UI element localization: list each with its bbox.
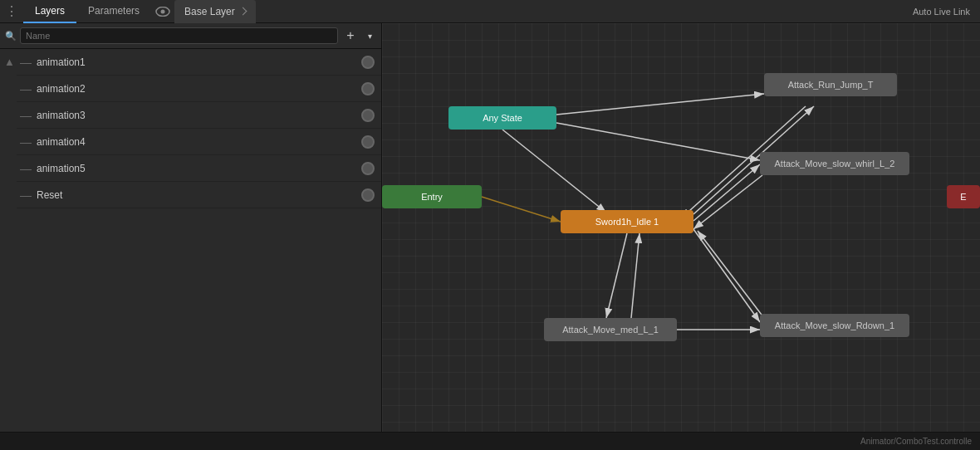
graph-canvas[interactable]: Any State Entry Sword1h_Idle 1 Attack_Ru… xyxy=(382,23,980,432)
layer-item[interactable]: — animation3 xyxy=(17,102,381,129)
node-exit[interactable]: E xyxy=(947,185,980,208)
layer-circle xyxy=(361,135,375,149)
search-bar: 🔍 + ▾ xyxy=(0,23,381,49)
layer-item[interactable]: — animation4 xyxy=(17,129,381,155)
layer-dash: — xyxy=(20,109,32,122)
bottom-bar: Animator/ComboTest.controlle xyxy=(0,432,980,450)
tab-group: Layers Parameters xyxy=(23,0,151,23)
layer-name: animation1 xyxy=(37,56,361,68)
layer-circle xyxy=(361,188,375,202)
eye-icon[interactable] xyxy=(151,0,174,23)
sidebar: 🔍 + ▾ ▶ — animation1 — animation2 xyxy=(0,23,382,432)
add-dropdown-button[interactable]: ▾ xyxy=(363,27,376,45)
node-any-state[interactable]: Any State xyxy=(448,106,556,130)
layer-item[interactable]: — Reset xyxy=(17,182,381,208)
expand-arrow[interactable]: ▶ xyxy=(4,59,13,66)
layer-circle xyxy=(361,82,375,95)
layer-item[interactable]: — animation2 xyxy=(17,76,381,102)
search-icon: 🔍 xyxy=(5,31,17,42)
node-attack-move-med[interactable]: Attack_Move_med_L_1 xyxy=(544,318,677,341)
main-content: 🔍 + ▾ ▶ — animation1 — animation2 xyxy=(0,23,980,432)
layer-name: animation4 xyxy=(37,136,361,148)
layer-dash: — xyxy=(20,162,32,175)
svg-point-1 xyxy=(161,9,165,13)
layer-dash: — xyxy=(20,188,32,202)
layer-circle xyxy=(361,109,375,122)
layer-dash: — xyxy=(20,82,32,95)
node-attack-run-jump[interactable]: Attack_Run_Jump_T xyxy=(764,73,897,96)
layer-item[interactable]: — animation1 xyxy=(17,49,381,76)
node-sword-idle[interactable]: Sword1h_Idle 1 xyxy=(561,210,693,233)
node-attack-move-whirl[interactable]: Attack_Move_slow_whirl_L_2 xyxy=(760,152,909,175)
layer-name: Reset xyxy=(37,189,361,201)
node-attack-move-rdown[interactable]: Attack_Move_slow_Rdown_1 xyxy=(760,314,909,337)
layer-list: ▶ — animation1 — animation2 — animation3 xyxy=(0,49,381,432)
layer-name: animation5 xyxy=(37,163,361,174)
bottom-bar-path: Animator/ComboTest.controlle xyxy=(860,437,972,446)
node-entry[interactable]: Entry xyxy=(382,185,482,208)
layer-item[interactable]: — animation5 xyxy=(17,155,381,182)
top-bar-left: ⋮ Layers Parameters Base Layer xyxy=(0,0,382,23)
layer-circle xyxy=(361,162,375,175)
layer-dash: — xyxy=(20,56,32,69)
tab-parameters[interactable]: Parameters xyxy=(76,0,151,23)
layers-col: — animation1 — animation2 — animation3 —… xyxy=(17,49,381,432)
base-layer-tab[interactable]: Base Layer xyxy=(174,0,256,23)
layer-circle xyxy=(361,56,375,69)
search-input[interactable] xyxy=(20,27,338,44)
add-layer-button[interactable]: + xyxy=(341,27,360,45)
auto-live-link: Auto Live Link xyxy=(903,7,980,17)
layer-dash: — xyxy=(20,135,32,149)
expand-col: ▶ xyxy=(0,49,17,432)
top-bar: ⋮ Layers Parameters Base Layer Auto Live… xyxy=(0,0,980,23)
menu-icon[interactable]: ⋮ xyxy=(0,0,23,23)
layer-name: animation2 xyxy=(37,83,361,95)
tab-layers[interactable]: Layers xyxy=(23,0,76,23)
layer-name: animation3 xyxy=(37,110,361,121)
